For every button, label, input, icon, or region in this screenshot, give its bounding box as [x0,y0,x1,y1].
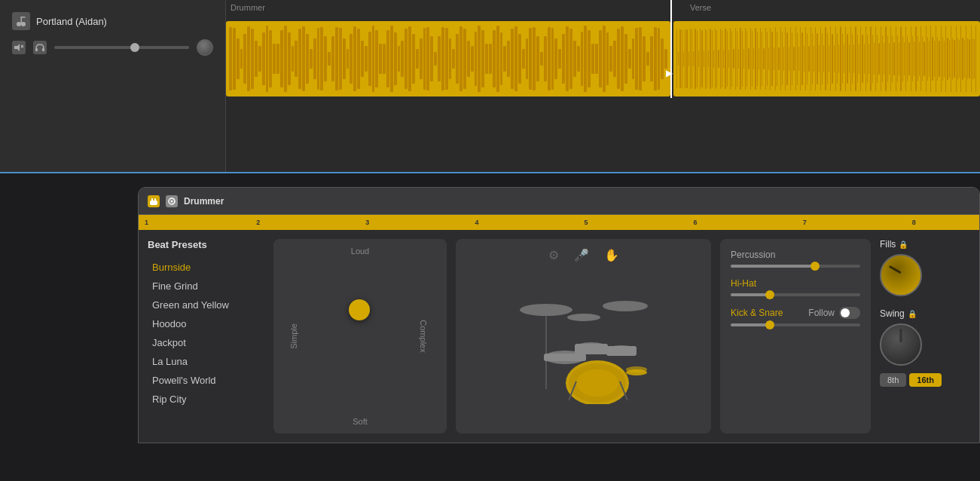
beat-pad-simple-label: Simple [289,323,298,349]
beat-pad-loud-label: Loud [351,247,369,256]
presets-title: Beat Presets [148,239,264,250]
region-label-drummer: Drummer [226,3,265,12]
drum-controls: Percussion Hi-Hat Kick & Snare Follow [720,239,871,434]
track-header: Portland (Aidan) [0,0,226,172]
ruler-mark-5: 5 [584,219,588,226]
drummer-icon-2 [166,195,178,207]
svg-point-16 [567,314,600,321]
drum-icons-row: ⚙ 🎤 ✋ [548,248,619,262]
drum-kit-illustration [508,268,659,404]
waveform-region-2[interactable] [673,21,980,97]
swing-label: Swing [880,308,905,319]
follow-label: Follow [808,308,835,318]
svg-rect-23 [606,346,637,356]
preset-fine-grind[interactable]: Fine Grind [148,277,264,296]
preset-jackpot[interactable]: Jackpot [148,333,264,352]
kick-snare-control: Kick & Snare Follow [731,307,860,326]
track-name: Portland (Aidan) [36,16,107,27]
svg-marker-4 [14,44,20,51]
fills-swing-area: Fills 🔒 Swing 🔒 8th 16th [880,239,970,434]
swing-knob[interactable] [880,323,922,366]
kick-snare-row: Kick & Snare Follow [731,307,860,319]
svg-point-13 [171,200,173,202]
swing-lock-icon: 🔒 [908,310,917,318]
preset-powells-world[interactable]: Powell's World [148,371,264,390]
preset-burnside[interactable]: Burnside [148,258,264,277]
headphones-button[interactable] [33,41,47,54]
svg-rect-10 [151,198,153,201]
ruler-mark-1: 1 [145,219,148,226]
region-label-verse: Verse [685,3,711,12]
preset-hoodoo[interactable]: Hoodoo [148,314,264,333]
mic-icon[interactable]: 🎤 [574,248,589,262]
kick-snare-label: Kick & Snare [731,308,783,318]
gear-icon[interactable]: ⚙ [548,248,559,262]
fills-lock-icon: 🔒 [899,240,908,249]
timeline-ruler: 1 2 3 4 5 6 7 8 [139,215,979,230]
track-type-icon [12,12,30,30]
mute-button[interactable] [12,41,26,54]
drummer-panel-title: Drummer [184,196,224,207]
svg-point-15 [603,301,648,311]
beat-pad[interactable]: Loud Soft Simple Complex [273,239,447,434]
playhead [670,0,672,98]
svg-point-26 [576,369,618,397]
pan-knob[interactable] [197,39,213,56]
svg-rect-11 [154,198,156,201]
drummer-header: Drummer [139,188,979,215]
preset-la-luna[interactable]: La Luna [148,352,264,371]
svg-rect-21 [575,344,608,354]
follow-toggle[interactable] [839,307,860,319]
hihat-label: Hi-Hat [731,278,860,289]
beat-puck[interactable] [349,299,370,320]
fills-label: Fills [880,239,896,250]
ruler-mark-8: 8 [912,219,916,226]
drummer-panel: Drummer 1 2 3 4 5 6 7 8 Beat Presets Bur… [138,187,980,443]
beat-pad-complex-label: Complex [418,320,427,352]
hihat-slider[interactable] [731,293,860,296]
ruler-mark-2: 2 [256,219,260,226]
ruler-mark-7: 7 [803,219,807,226]
beat-pad-soft-label: Soft [353,417,368,426]
ruler-mark-6: 6 [694,219,698,226]
ruler-mark-4: 4 [475,219,478,226]
svg-rect-3 [21,17,26,18]
percussion-slider[interactable] [731,265,860,268]
hand-icon[interactable]: ✋ [604,248,619,262]
svg-point-30 [626,366,647,372]
kick-snare-slider[interactable] [731,323,860,326]
drum-kit-area: ⚙ 🎤 ✋ [456,239,711,434]
svg-point-14 [520,304,572,316]
svg-rect-8 [42,48,44,51]
ruler-mark-3: 3 [365,219,369,226]
percussion-label: Percussion [731,250,860,260]
preset-rip-city[interactable]: Rip City [148,390,264,409]
preset-green-yellow[interactable]: Green and Yellow [148,296,264,314]
waveform-region-1[interactable] [226,21,670,97]
svg-rect-19 [544,354,586,361]
fills-knob[interactable] [880,254,922,296]
time-16th-button[interactable]: 16th [909,373,942,387]
time-8th-button[interactable]: 8th [880,373,906,387]
time-buttons: 8th 16th [880,373,942,387]
percussion-control: Percussion [731,250,860,268]
fills-section: Fills 🔒 [880,239,970,296]
swing-section: Swing 🔒 8th 16th [880,308,970,387]
hihat-control: Hi-Hat [731,278,860,296]
volume-control[interactable] [54,46,189,49]
svg-point-0 [17,22,21,26]
svg-rect-7 [35,48,38,51]
presets-panel: Beat Presets Burnside Fine Grind Green a… [148,239,264,434]
svg-rect-9 [150,201,157,205]
drummer-panel-icon [148,195,160,207]
timeline-area: Drummer Verse [226,0,980,172]
